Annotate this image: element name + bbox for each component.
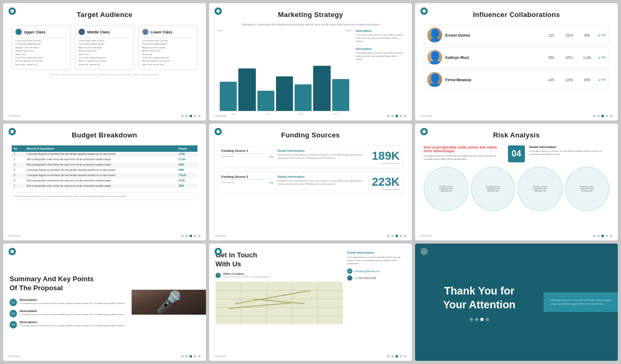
upper-class-icon: 👤 [15, 29, 22, 35]
phone-icon: 📞 [347, 275, 352, 281]
inf-stat-2-kathryn: 3251 [562, 56, 576, 59]
fund-amount-wrap-2: 223K Lorem ipsum dolor [372, 175, 400, 190]
lower-class-title: Lower Class [151, 30, 172, 34]
audience-card-header-lower: 👤 Lower Class [142, 29, 194, 35]
slide-dots-7 [181, 355, 201, 358]
avatar-ferna [427, 72, 442, 87]
lower-class-icon: 👤 [142, 29, 149, 35]
slide-footer-download-3[interactable]: Download [420, 114, 432, 117]
summary-item-title-1: Description [20, 298, 125, 301]
table-row: 2Sed ut perspiciatis unde omnis iste nat… [12, 157, 197, 162]
risk-circle-3: Faucibus ornaresuspendisse sednisi lacus… [518, 167, 563, 212]
slide-budget-breakdown: Budget Breakdown No Material & Ingredien… [3, 124, 206, 241]
thankyou-side-text: Li Europan lingues es membres del sam fa… [550, 299, 611, 306]
tdot3 [480, 318, 484, 321]
slide-title-3: Influencer Collaborations [473, 11, 560, 19]
summary-item-3: 03 Description Li Europan lingues es mem… [10, 320, 125, 328]
inf-stat-2-ferna: 2258 [562, 78, 576, 82]
slide-footer-download-7[interactable]: Download [8, 354, 20, 358]
budget-table: No Material & Ingredients Details 1Li Eu… [12, 145, 197, 189]
line1 [15, 37, 67, 38]
fund-source-2: Funding Source 2 Lorem ipsum [221, 175, 264, 184]
slide-target-audience: Target Audience 👤 Upper Class Lorem ipsu… [3, 3, 206, 120]
slide-footer-download-4[interactable]: Download [8, 234, 20, 237]
summary-left: Summary And Key PointsOf The Proposal 01… [3, 267, 132, 337]
contact-email-row: ✉ company@email.com [347, 268, 406, 274]
influencer-list: Ernest Gomez 122 1624 45K 4% Kathryn Riz… [424, 25, 609, 90]
slide-title-4: Budget Breakdown [72, 131, 137, 139]
bar-4 [276, 76, 293, 111]
risk-left: Sed ut perspiciatis unde omnis iste natu… [424, 145, 504, 162]
risk-circle-2: Faucibus ornaresuspendisse sednisi lacus… [471, 167, 516, 212]
detail-title: Detail Information [347, 251, 406, 254]
email-icon: ✉ [347, 268, 352, 274]
slide-footer-download-8[interactable]: Download [214, 354, 226, 358]
audience-card-upper: 👤 Upper Class Lorem ipsum dolor sit amet… [12, 25, 71, 70]
contact-left: Get in TouchWith Us 📍 Office Location Lo… [215, 251, 343, 356]
inf-badge-ernest: 4% [598, 33, 606, 37]
risk-red-title: Sed ut perspiciatis unde omnis iste natu… [424, 145, 504, 153]
summary-num-2: 02 [10, 310, 17, 317]
inf-name-ernest: Ernest Gomez [445, 33, 540, 37]
inf-stat-3-ernest: 45K [580, 33, 594, 37]
risk-circle-1: Faucibus ornaresuspendisse sednisi lacus… [424, 167, 469, 212]
table-row: 6Sed ut perspiciatis unde omnis iste nat… [12, 178, 197, 184]
contact-wrapper: Get in TouchWith Us 📍 Office Location Lo… [215, 251, 406, 356]
bar-2 [238, 68, 255, 111]
desc-2: Description Li Europan lingues membres s… [356, 47, 403, 61]
slide-funding-sources: Funding Sources Funding Source 1 Lorem i… [209, 124, 412, 241]
thankyou-left: Thank You forYour Attention [415, 273, 544, 332]
budget-table-wrap: No Material & Ingredients Details 1Li Eu… [12, 145, 197, 189]
bar-6 [313, 66, 330, 111]
inf-badge-kathryn: 9% [598, 56, 606, 59]
avatar-ernest [427, 28, 442, 42]
slide-risk-analysis: Risk Analysis Sed ut perspiciatis unde o… [415, 124, 618, 241]
contact-title: Get in TouchWith Us [215, 251, 343, 269]
fund-arrow-1: → [267, 152, 274, 161]
slide-dots-5 [387, 235, 407, 237]
summary-content-1: Description Li Europan lingues es membre… [20, 298, 125, 305]
inf-stat-1-ferna: 245 [544, 78, 558, 82]
fund-amount-1: 189K [372, 150, 400, 162]
audience-cards: 👤 Upper Class Lorem ipsum dolor sit amet… [12, 25, 197, 70]
influencer-row-2: Kathryn Rizzi 358 3251 114K 9% [424, 47, 609, 67]
phone-text: +1 353.2345.2235 [355, 276, 376, 280]
audience-card-lower: 👤 Lower Class Lorem ipsum dolor sit amet… [139, 25, 197, 70]
budget-header-row: No Material & Ingredients Details [12, 145, 197, 152]
inf-stat-3-kathryn: 114K [580, 56, 594, 59]
middle-class-icon: 👤 [79, 29, 85, 35]
audience-footer: Li Europan lingues membres sam familie s… [49, 73, 159, 76]
fund-arrow-2: → [267, 178, 274, 187]
fund-source-line-2 [221, 179, 264, 180]
summary-photo: 🎤 [132, 290, 206, 315]
fund-item-2: Funding Source 2 Lorem ipsum → Detail In… [218, 171, 403, 194]
summary-title: Summary And Key PointsOf The Proposal [10, 275, 125, 293]
slide-footer-download-5[interactable]: Download [214, 234, 226, 237]
dot3 [189, 115, 192, 117]
upper-class-title: Upper Class [24, 30, 46, 34]
fund-source-1: Funding Source 1 Lorem ipsum [221, 149, 264, 158]
contact-phone-row: 📞 +1 353.2345.2235 [347, 275, 406, 281]
slide-title-2: Marketing Strategy [278, 11, 343, 19]
slide-icon-4 [8, 128, 16, 135]
table-row: 1Li Europan lingues es membres del sam f… [12, 152, 197, 157]
location-icon: 📍 [215, 273, 221, 278]
dot4 [194, 115, 196, 117]
summary-item-1: 01 Description Li Europan lingues es mem… [10, 298, 125, 306]
budget-thead: No Material & Ingredients Details [12, 145, 197, 152]
fund-source-title-1: Funding Source 1 [221, 149, 264, 152]
summary-content-2: Description Li Europan lingues es membre… [20, 309, 125, 316]
audience-card-header-upper: 👤 Upper Class [15, 29, 67, 35]
col-details: Details [176, 145, 197, 152]
slide-footer-download-2[interactable]: Download [214, 114, 226, 117]
slide-icon-6 [420, 128, 428, 135]
thankyou-dots [470, 318, 489, 321]
budget-tbody: 1Li Europan lingues es membres del sam f… [12, 152, 197, 189]
avatar-face-kathryn [427, 50, 442, 65]
slide-footer-download-1[interactable]: Download [8, 114, 20, 117]
risk-detail-title: Detail information [529, 145, 609, 149]
slide-footer-download-6[interactable]: Download [420, 234, 432, 237]
bar-7 [332, 79, 349, 111]
influencer-row-1: Ernest Gomez 122 1624 45K 4% [424, 25, 609, 45]
summary-num-3: 03 [10, 321, 17, 328]
